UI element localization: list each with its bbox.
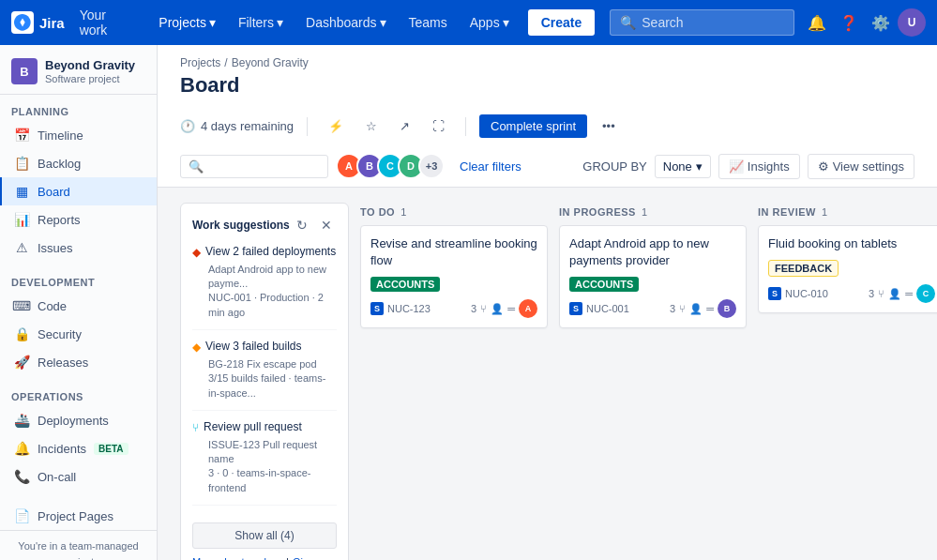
priority-icon: ═	[507, 303, 515, 314]
nav-your-work[interactable]: Your work	[72, 4, 144, 41]
assignee-avatar: C	[916, 284, 935, 303]
sidebar-item-deployments[interactable]: 🚢 Deployments	[0, 406, 157, 434]
card-title: Fluid booking on tablets	[768, 235, 935, 252]
code-icon: ⌨	[13, 297, 30, 314]
card-id-text: NUC-010	[785, 288, 828, 299]
settings-button[interactable]: ⚙️	[866, 8, 896, 38]
issues-icon: ⚠	[13, 239, 30, 256]
ws-item1-meta2: NUC-001 · Production · 2 min ago	[208, 291, 337, 320]
card-nuc-010[interactable]: Fluid booking on tablets FEEDBACK S NUC-…	[758, 225, 937, 313]
sidebar-item-backlog[interactable]: 📋 Backlog	[0, 149, 157, 177]
sidebar-item-releases[interactable]: 🚀 Releases	[0, 348, 157, 376]
more-options-button[interactable]: •••	[595, 114, 623, 138]
col-inprogress-header: IN PROGRESS 1	[559, 203, 747, 225]
col-todo-header: TO DO 1	[360, 203, 548, 225]
sidebar-item-security[interactable]: 🔒 Security	[0, 320, 157, 348]
project-info[interactable]: B Beyond Gravity Software project	[0, 45, 157, 95]
col-inreview-count: 1	[822, 206, 827, 218]
sidebar-item-project-pages[interactable]: 📄 Project Pages	[0, 502, 157, 530]
ws-actions: ↻ ✕	[292, 215, 337, 235]
ws-title: Work suggestions	[192, 219, 290, 232]
fullscreen-button[interactable]: ⛶	[425, 114, 452, 138]
sidebar-item-timeline[interactable]: 📅 Timeline	[0, 121, 157, 149]
board-search-input[interactable]	[207, 159, 320, 174]
deployments-icon: 🚢	[13, 412, 30, 429]
card-type-icon: S	[370, 302, 384, 315]
card-id: S NUC-123	[370, 302, 431, 315]
child-issues-icon: ⑂	[679, 303, 686, 314]
development-label: DEVELOPMENT	[0, 277, 157, 292]
ws-close-button[interactable]: ✕	[316, 215, 337, 235]
sidebar-item-code[interactable]: ⌨ Code	[0, 292, 157, 320]
project-type: Software project	[45, 73, 135, 84]
priority-icon: ═	[905, 288, 913, 299]
security-icon: 🔒	[13, 325, 30, 342]
sprint-info: 🕐 4 days remaining	[180, 119, 294, 133]
ws-item-2[interactable]: ◆ View 3 failed builds BG-218 Fix escape…	[192, 340, 337, 411]
share-button[interactable]: ↗	[392, 114, 417, 138]
app-name: Jira	[39, 15, 65, 31]
sidebar-item-incidents[interactable]: 🔔 Incidents BETA	[0, 434, 157, 462]
more-about-link[interactable]: More about work suggestions	[192, 556, 282, 560]
main-content: Projects / Beyond Gravity Board 🕐 4 days…	[158, 45, 937, 560]
group-by-select[interactable]: None ▾	[655, 155, 711, 178]
board-search[interactable]: 🔍	[180, 155, 328, 178]
ws-links: More about work suggestions | Give feedb…	[192, 556, 337, 560]
insights-button[interactable]: 📈 Insights	[718, 154, 800, 179]
ws-item-3[interactable]: ⑂ Review pull request ISSUE-123 Pull req…	[192, 420, 337, 506]
meta-num: 3	[670, 303, 675, 314]
board-area: Work suggestions ↻ ✕ ◆ View 2 failed dep…	[158, 188, 937, 560]
timeline-icon: 📅	[13, 127, 30, 144]
child-issues-icon: ⑂	[480, 303, 487, 314]
sidebar-item-board[interactable]: ▦ Board	[0, 177, 157, 205]
breadcrumb-project[interactable]: Beyond Gravity	[232, 56, 309, 69]
reports-icon: 📊	[13, 211, 30, 228]
ws-item-1[interactable]: ◆ View 2 failed deployments Adapt Androi…	[192, 245, 337, 330]
person-icon: 👤	[689, 303, 703, 315]
breadcrumb-projects[interactable]: Projects	[180, 56, 220, 69]
sidebar-item-reports[interactable]: 📊 Reports	[0, 205, 157, 234]
card-footer: S NUC-001 3 ⑂ 👤 ═ B	[569, 299, 736, 318]
user-avatar[interactable]: U	[898, 8, 926, 37]
complete-sprint-button[interactable]: Complete sprint	[479, 114, 587, 138]
card-type-icon: S	[768, 287, 781, 300]
show-all-button[interactable]: Show all (4)	[192, 522, 337, 549]
nav-apps[interactable]: Apps ▾	[462, 11, 517, 34]
nav-teams[interactable]: Teams	[401, 11, 455, 34]
operations-label: OPERATIONS	[0, 391, 157, 406]
app-logo[interactable]: Jira	[11, 11, 65, 34]
view-settings-button[interactable]: ⚙ View settings	[808, 154, 914, 179]
card-type-icon: S	[569, 302, 582, 315]
card-id-text: NUC-001	[586, 303, 629, 314]
assignee-avatar: B	[718, 299, 736, 318]
help-button[interactable]: ❓	[834, 8, 864, 38]
oncall-icon: 📞	[13, 468, 30, 485]
create-button[interactable]: Create	[528, 9, 596, 36]
nav-filters[interactable]: Filters ▾	[231, 11, 291, 34]
backlog-icon: 📋	[13, 155, 30, 172]
notifications-button[interactable]: 🔔	[802, 8, 832, 38]
breadcrumb: Projects / Beyond Gravity	[180, 56, 914, 69]
clear-filters-button[interactable]: Clear filters	[452, 159, 529, 174]
lightning-button[interactable]: ⚡	[321, 114, 351, 138]
operations-section: OPERATIONS 🚢 Deployments 🔔 Incidents BET…	[0, 380, 157, 494]
group-by-chevron-icon: ▾	[696, 159, 703, 174]
accounts-tag: ACCOUNTS	[569, 277, 639, 292]
card-nuc-001[interactable]: Adapt Android app to new payments provid…	[559, 225, 747, 328]
nav-dashboards[interactable]: Dashboards ▾	[298, 11, 394, 34]
ws-refresh-button[interactable]: ↻	[292, 215, 312, 235]
nav-projects[interactable]: Projects ▾	[151, 11, 223, 34]
column-in-review: IN REVIEW 1 Fluid booking on tablets FEE…	[758, 203, 937, 313]
global-search[interactable]: 🔍 Search	[610, 9, 794, 36]
sidebar: B Beyond Gravity Software project PLANNI…	[0, 45, 158, 560]
avatar-filters: A B C D +3	[336, 153, 445, 179]
star-button[interactable]: ☆	[358, 114, 385, 138]
avatar-filter-count[interactable]: +3	[418, 153, 445, 179]
view-settings-icon: ⚙	[818, 159, 829, 174]
failed-deploy-icon: ◆	[192, 246, 201, 259]
give-feedback-link[interactable]: Give feedback	[293, 556, 337, 560]
nav-icons: 🔔 ❓ ⚙️ U	[802, 8, 926, 38]
sidebar-item-issues[interactable]: ⚠ Issues	[0, 234, 157, 262]
card-nuc-123[interactable]: Revise and streamline booking flow ACCOU…	[360, 225, 548, 328]
sidebar-item-oncall[interactable]: 📞 On-call	[0, 462, 157, 491]
